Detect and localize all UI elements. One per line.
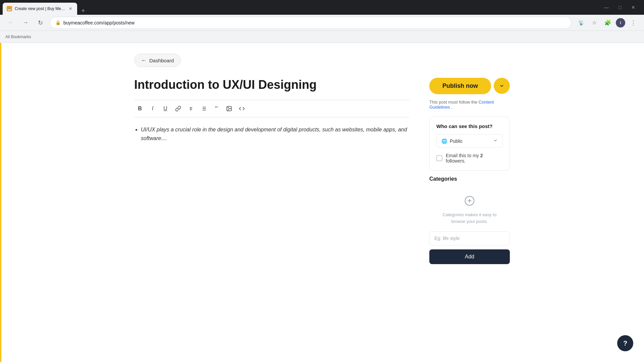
tab-title: Create new post | Buy Me a Coff (15, 6, 65, 11)
categories-empty-state: Categories makes it easy to browse your … (429, 187, 510, 231)
email-followers-row: Email this to my 2 followers. (436, 153, 503, 164)
quote-button[interactable]: " (211, 103, 222, 114)
new-tab-button[interactable]: + (78, 7, 88, 15)
categories-icon (463, 194, 476, 207)
tab-favicon: ☕ (7, 6, 12, 11)
guidelines-text: This post must follow the Content Guidel… (429, 100, 510, 110)
back-button[interactable]: ← (5, 17, 16, 28)
refresh-button[interactable]: ↻ (35, 17, 46, 28)
close-window-button[interactable]: ✕ (628, 2, 639, 13)
cast-icon[interactable]: 📡 (576, 17, 586, 28)
visibility-dropdown[interactable]: 🌐 Public (436, 134, 503, 147)
post-sidebar: Publish now This post must follow the Co… (429, 78, 510, 269)
globe-icon: 🌐 (441, 138, 447, 144)
url-text: buymeacoffee.com/app/posts/new (63, 20, 135, 25)
categories-label: Categories (429, 176, 510, 182)
code-button[interactable] (236, 103, 248, 114)
forward-button[interactable]: → (20, 17, 31, 28)
visibility-label: Who can see this post? (436, 123, 503, 129)
address-bar[interactable]: 🔒 buymeacoffee.com/app/posts/new (50, 17, 572, 29)
maximize-button[interactable]: □ (614, 2, 625, 13)
list-button[interactable] (198, 103, 209, 114)
content-item: UI/UX plays a crucial role in the design… (141, 125, 409, 142)
post-title[interactable]: Introduction to UX/UI Designing (134, 78, 409, 92)
post-content[interactable]: UI/UX plays a crucial role in the design… (134, 125, 409, 142)
back-arrow-icon: ← (141, 57, 147, 63)
svg-point-7 (228, 107, 228, 108)
bookmark-icon[interactable]: ☆ (589, 17, 600, 28)
publish-options-chevron[interactable] (494, 78, 510, 94)
publish-row: Publish now (429, 78, 510, 94)
more-menu-button[interactable]: ⋮ (628, 17, 639, 28)
dashboard-label: Dashboard (149, 58, 174, 63)
extensions-icon[interactable]: 🧩 (602, 17, 613, 28)
strikethrough-button[interactable]: T (185, 103, 197, 114)
left-accent (0, 43, 1, 362)
bold-button[interactable]: B (134, 103, 146, 114)
categories-section: Categories Categories makes it easy to b… (429, 176, 510, 264)
help-button[interactable]: ? (617, 335, 633, 351)
image-button[interactable] (223, 103, 235, 114)
visibility-card: Who can see this post? 🌐 Public (429, 116, 510, 171)
dashboard-back-button[interactable]: ← Dashboard (134, 54, 181, 67)
active-tab[interactable]: ☕ Create new post | Buy Me a Coff ✕ (3, 3, 77, 15)
italic-button[interactable]: I (147, 103, 158, 114)
visibility-value: Public (450, 138, 463, 144)
add-category-button[interactable]: Add (429, 249, 510, 264)
categories-empty-text: Categories makes it easy to browse your … (436, 212, 503, 225)
underline-button[interactable]: U (160, 103, 171, 114)
bookmarks-label: All Bookmarks (5, 35, 31, 39)
visibility-chevron-icon (493, 138, 498, 144)
email-label: Email this to my 2 followers. (446, 153, 503, 164)
email-checkbox[interactable] (436, 155, 442, 161)
category-input[interactable] (429, 231, 510, 245)
publish-now-button[interactable]: Publish now (429, 78, 491, 94)
tab-close-btn[interactable]: ✕ (68, 6, 73, 11)
profile-avatar[interactable]: I (616, 18, 625, 27)
minimize-button[interactable]: — (601, 2, 612, 13)
link-button[interactable] (172, 103, 184, 114)
formatting-toolbar: B I U T " (134, 100, 409, 117)
